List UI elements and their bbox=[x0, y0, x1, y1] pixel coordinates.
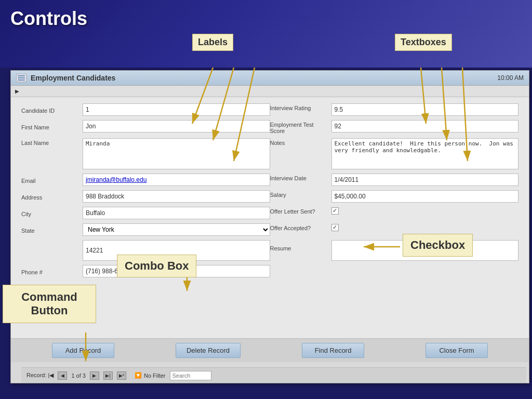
label-salary: Salary bbox=[270, 190, 327, 198]
left-col-candidate: Candidate ID bbox=[21, 103, 270, 116]
left-col-lastname: Last Name Miranda bbox=[21, 138, 270, 169]
input-salary[interactable] bbox=[331, 190, 519, 203]
right-col-salary: Salary bbox=[270, 190, 519, 203]
titlebar-left: Employment Candidates bbox=[16, 74, 115, 82]
label-interview-date: Interview Date bbox=[270, 174, 327, 181]
input-interview-date[interactable] bbox=[331, 174, 519, 186]
filter-label: No Filter bbox=[144, 373, 166, 379]
form-nav-bar: ▶ bbox=[11, 86, 529, 97]
record-count: 1 of 3 bbox=[71, 373, 86, 379]
right-col-test-score: Employment Test Score bbox=[270, 120, 519, 134]
label-notes: Notes bbox=[270, 138, 327, 146]
label-address: Address bbox=[21, 193, 78, 201]
row-email: Email Interview Date bbox=[21, 174, 518, 186]
nav-arrow: ▶ bbox=[15, 88, 19, 94]
form-buttons: Add Record Delete Record Find Record Clo… bbox=[11, 338, 529, 362]
input-notes[interactable]: Excellent candidate! Hire this person no… bbox=[331, 138, 519, 169]
label-phone: Phone # bbox=[21, 268, 78, 275]
nav-last-btn[interactable]: ▶| bbox=[103, 371, 113, 380]
label-offer-accepted: Offer Accepted? bbox=[270, 223, 327, 231]
label-email: Email bbox=[21, 176, 78, 184]
input-candidate-id[interactable] bbox=[83, 103, 270, 116]
input-interview-rating[interactable] bbox=[331, 103, 519, 116]
nav-next-btn[interactable]: ▶ bbox=[90, 371, 99, 380]
left-col-firstname: First Name bbox=[21, 120, 270, 132]
row-candidate-id: Candidate ID Interview Rating bbox=[21, 103, 518, 116]
add-record-button[interactable]: Add Record bbox=[52, 343, 114, 358]
command-button-callout: CommandButton bbox=[3, 285, 96, 323]
row-phone: Phone # bbox=[21, 265, 518, 277]
delete-record-button[interactable]: Delete Record bbox=[176, 343, 241, 358]
label-candidate-id: Candidate ID bbox=[21, 106, 78, 114]
filter-icon: 🔽 bbox=[135, 372, 142, 379]
input-city[interactable] bbox=[83, 207, 270, 219]
input-first-name[interactable] bbox=[83, 120, 270, 132]
row-city: City Offer Letter Sent? ✓ bbox=[21, 207, 518, 219]
label-city: City bbox=[21, 209, 78, 217]
left-col-address: Address bbox=[21, 190, 270, 203]
record-label: Record: |◀ bbox=[26, 372, 54, 379]
nav-prev-btn[interactable]: ◀ bbox=[58, 371, 67, 380]
form-titlebar: Employment Candidates 10:00 AM bbox=[11, 71, 529, 86]
labels-callout: Labels bbox=[192, 34, 233, 51]
checkbox-offer-letter-sent[interactable]: ✓ bbox=[331, 207, 339, 215]
form-window: Employment Candidates 10:00 AM ▶ Candida… bbox=[10, 70, 529, 383]
right-col-offer-accepted: Offer Accepted? ✓ bbox=[270, 223, 519, 231]
page-title: Controls bbox=[10, 8, 522, 30]
right-col-interview-rating: Interview Rating bbox=[270, 103, 519, 116]
label-employment-test-score: Employment Test Score bbox=[270, 120, 327, 134]
form-title: Employment Candidates bbox=[31, 74, 115, 82]
find-record-button[interactable]: Find Record bbox=[302, 343, 364, 358]
label-offer-letter-sent: Offer Letter Sent? bbox=[270, 207, 327, 215]
header: Controls Labels Textboxes bbox=[0, 0, 532, 68]
nav-new-btn[interactable]: ▶* bbox=[117, 371, 126, 380]
right-col-offer-letter: Offer Letter Sent? ✓ bbox=[270, 207, 519, 215]
right-col-interview-date: Interview Date bbox=[270, 174, 519, 186]
input-last-name[interactable]: Miranda bbox=[83, 138, 270, 169]
row-last-name: Last Name Miranda Notes Excellent candid… bbox=[21, 138, 518, 169]
checkbox-callout: Checkbox bbox=[403, 234, 473, 257]
status-bar: Record: |◀ ◀ 1 of 3 ▶ ▶| ▶* 🔽 No Filter bbox=[21, 367, 526, 383]
textboxes-callout: Textboxes bbox=[395, 34, 452, 51]
select-state[interactable]: New York New Jersey California Texas Flo… bbox=[83, 223, 270, 236]
row-address: Address Salary bbox=[21, 190, 518, 203]
right-col-resume: Resume 📄 bbox=[270, 240, 519, 261]
left-col-state: State New York New Jersey California Tex… bbox=[21, 223, 270, 236]
search-input[interactable] bbox=[170, 371, 211, 380]
label-last-name: Last Name bbox=[21, 138, 78, 146]
input-email[interactable] bbox=[83, 174, 270, 186]
label-first-name: First Name bbox=[21, 123, 78, 130]
combobox-callout: Combo Box bbox=[117, 255, 196, 277]
filter-area: 🔽 No Filter bbox=[135, 372, 166, 379]
close-form-button[interactable]: Close Form bbox=[425, 343, 488, 358]
input-address[interactable] bbox=[83, 190, 270, 203]
form-icon bbox=[16, 74, 26, 82]
input-employment-test-score[interactable] bbox=[331, 120, 519, 132]
right-col-notes: Notes Excellent candidate! Hire this per… bbox=[270, 138, 519, 169]
left-col-email: Email bbox=[21, 174, 270, 186]
label-state: State bbox=[21, 226, 78, 234]
checkbox-offer-accepted[interactable]: ✓ bbox=[331, 224, 339, 231]
label-resume: Resume bbox=[270, 240, 327, 251]
left-col-city: City bbox=[21, 207, 270, 219]
label-interview-rating: Interview Rating bbox=[270, 103, 327, 111]
row-first-name: First Name Employment Test Score bbox=[21, 120, 518, 134]
form-time: 10:00 AM bbox=[497, 74, 524, 82]
